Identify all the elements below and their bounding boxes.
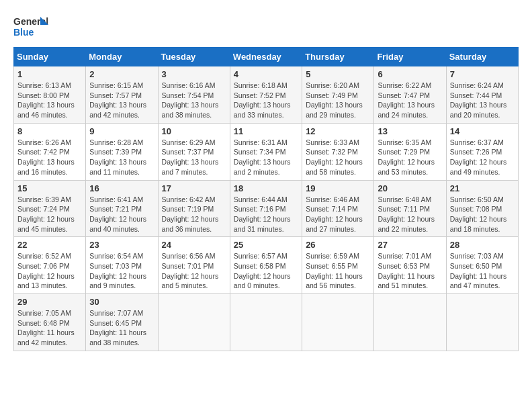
calendar-table: SundayMondayTuesdayWednesdayThursdayFrid… <box>13 47 519 351</box>
day-info: Sunrise: 6:50 AM Sunset: 7:08 PM Dayligh… <box>450 195 515 234</box>
day-cell <box>446 294 518 351</box>
day-cell: 11Sunrise: 6:31 AM Sunset: 7:34 PM Dayli… <box>230 123 302 180</box>
day-cell: 29Sunrise: 7:05 AM Sunset: 6:48 PM Dayli… <box>14 294 86 351</box>
day-number: 7 <box>450 69 515 79</box>
day-cell: 30Sunrise: 7:07 AM Sunset: 6:45 PM Dayli… <box>86 294 158 351</box>
day-number: 16 <box>89 183 154 193</box>
day-info: Sunrise: 6:37 AM Sunset: 7:26 PM Dayligh… <box>450 138 515 177</box>
day-cell: 4Sunrise: 6:18 AM Sunset: 7:52 PM Daylig… <box>230 66 302 124</box>
day-cell: 19Sunrise: 6:46 AM Sunset: 7:14 PM Dayli… <box>302 180 374 237</box>
day-number: 17 <box>162 183 226 193</box>
week-row-5: 29Sunrise: 7:05 AM Sunset: 6:48 PM Dayli… <box>14 294 519 351</box>
day-number: 24 <box>162 240 226 250</box>
day-info: Sunrise: 6:35 AM Sunset: 7:29 PM Dayligh… <box>378 138 442 177</box>
day-number: 1 <box>17 69 82 79</box>
day-cell <box>302 294 374 351</box>
day-number: 8 <box>17 126 82 136</box>
day-number: 12 <box>306 126 370 136</box>
day-header-wednesday: Wednesday <box>230 48 302 66</box>
day-cell: 7Sunrise: 6:24 AM Sunset: 7:44 PM Daylig… <box>446 66 518 124</box>
day-info: Sunrise: 6:48 AM Sunset: 7:11 PM Dayligh… <box>378 195 442 234</box>
day-number: 9 <box>89 126 154 136</box>
day-cell: 17Sunrise: 6:42 AM Sunset: 7:19 PM Dayli… <box>158 180 230 237</box>
day-info: Sunrise: 6:56 AM Sunset: 7:01 PM Dayligh… <box>162 251 226 291</box>
day-info: Sunrise: 6:44 AM Sunset: 7:16 PM Dayligh… <box>234 195 298 234</box>
day-info: Sunrise: 6:22 AM Sunset: 7:47 PM Dayligh… <box>378 81 442 120</box>
day-number: 18 <box>234 183 298 193</box>
day-cell: 22Sunrise: 6:52 AM Sunset: 7:06 PM Dayli… <box>14 237 86 294</box>
day-info: Sunrise: 6:33 AM Sunset: 7:32 PM Dayligh… <box>306 138 370 177</box>
day-cell: 10Sunrise: 6:29 AM Sunset: 7:37 PM Dayli… <box>158 123 230 180</box>
day-number: 27 <box>378 240 442 250</box>
week-row-1: 1Sunrise: 6:13 AM Sunset: 8:00 PM Daylig… <box>14 66 519 124</box>
day-cell: 21Sunrise: 6:50 AM Sunset: 7:08 PM Dayli… <box>446 180 518 237</box>
day-cell: 1Sunrise: 6:13 AM Sunset: 8:00 PM Daylig… <box>14 66 86 124</box>
day-number: 22 <box>17 240 82 250</box>
day-number: 23 <box>89 240 154 250</box>
day-cell: 9Sunrise: 6:28 AM Sunset: 7:39 PM Daylig… <box>86 123 158 180</box>
day-number: 2 <box>89 69 154 79</box>
day-number: 30 <box>89 297 154 307</box>
day-cell: 6Sunrise: 6:22 AM Sunset: 7:47 PM Daylig… <box>374 66 446 124</box>
day-number: 3 <box>162 69 226 79</box>
day-info: Sunrise: 6:52 AM Sunset: 7:06 PM Dayligh… <box>17 251 82 291</box>
day-info: Sunrise: 6:31 AM Sunset: 7:34 PM Dayligh… <box>234 138 298 177</box>
day-info: Sunrise: 7:05 AM Sunset: 6:48 PM Dayligh… <box>17 308 82 348</box>
day-info: Sunrise: 6:29 AM Sunset: 7:37 PM Dayligh… <box>162 138 226 177</box>
day-cell: 23Sunrise: 6:54 AM Sunset: 7:03 PM Dayli… <box>86 237 158 294</box>
day-cell: 20Sunrise: 6:48 AM Sunset: 7:11 PM Dayli… <box>374 180 446 237</box>
day-info: Sunrise: 6:54 AM Sunset: 7:03 PM Dayligh… <box>89 251 154 291</box>
day-cell: 5Sunrise: 6:20 AM Sunset: 7:49 PM Daylig… <box>302 66 374 124</box>
week-row-2: 8Sunrise: 6:26 AM Sunset: 7:42 PM Daylig… <box>14 123 519 180</box>
day-cell: 26Sunrise: 6:59 AM Sunset: 6:55 PM Dayli… <box>302 237 374 294</box>
day-number: 14 <box>450 126 515 136</box>
day-cell: 27Sunrise: 7:01 AM Sunset: 6:53 PM Dayli… <box>374 237 446 294</box>
logo-svg: GeneralBlue <box>13 13 50 40</box>
day-number: 11 <box>234 126 298 136</box>
day-number: 20 <box>378 183 442 193</box>
day-number: 5 <box>306 69 370 79</box>
day-info: Sunrise: 6:39 AM Sunset: 7:24 PM Dayligh… <box>17 195 82 234</box>
day-cell: 16Sunrise: 6:41 AM Sunset: 7:21 PM Dayli… <box>86 180 158 237</box>
day-cell <box>230 294 302 351</box>
day-header-sunday: Sunday <box>14 48 86 66</box>
day-info: Sunrise: 6:57 AM Sunset: 6:58 PM Dayligh… <box>234 251 298 291</box>
logo: GeneralBlue <box>13 13 50 40</box>
day-info: Sunrise: 6:15 AM Sunset: 7:57 PM Dayligh… <box>89 81 154 120</box>
day-number: 28 <box>450 240 515 250</box>
day-cell: 24Sunrise: 6:56 AM Sunset: 7:01 PM Dayli… <box>158 237 230 294</box>
day-info: Sunrise: 6:16 AM Sunset: 7:54 PM Dayligh… <box>162 81 226 120</box>
day-cell <box>374 294 446 351</box>
day-cell: 2Sunrise: 6:15 AM Sunset: 7:57 PM Daylig… <box>86 66 158 124</box>
day-cell: 14Sunrise: 6:37 AM Sunset: 7:26 PM Dayli… <box>446 123 518 180</box>
day-cell: 12Sunrise: 6:33 AM Sunset: 7:32 PM Dayli… <box>302 123 374 180</box>
day-cell: 25Sunrise: 6:57 AM Sunset: 6:58 PM Dayli… <box>230 237 302 294</box>
header-row: SundayMondayTuesdayWednesdayThursdayFrid… <box>14 48 519 66</box>
day-cell: 8Sunrise: 6:26 AM Sunset: 7:42 PM Daylig… <box>14 123 86 180</box>
day-info: Sunrise: 6:13 AM Sunset: 8:00 PM Dayligh… <box>17 81 82 120</box>
day-info: Sunrise: 6:41 AM Sunset: 7:21 PM Dayligh… <box>89 195 154 234</box>
day-number: 4 <box>234 69 298 79</box>
day-number: 29 <box>17 297 82 307</box>
header: GeneralBlue <box>13 13 519 40</box>
week-row-4: 22Sunrise: 6:52 AM Sunset: 7:06 PM Dayli… <box>14 237 519 294</box>
week-row-3: 15Sunrise: 6:39 AM Sunset: 7:24 PM Dayli… <box>14 180 519 237</box>
day-cell: 3Sunrise: 6:16 AM Sunset: 7:54 PM Daylig… <box>158 66 230 124</box>
day-number: 6 <box>378 69 442 79</box>
day-info: Sunrise: 6:46 AM Sunset: 7:14 PM Dayligh… <box>306 195 370 234</box>
day-cell: 28Sunrise: 7:03 AM Sunset: 6:50 PM Dayli… <box>446 237 518 294</box>
day-info: Sunrise: 6:18 AM Sunset: 7:52 PM Dayligh… <box>234 81 298 120</box>
day-header-tuesday: Tuesday <box>158 48 230 66</box>
day-number: 21 <box>450 183 515 193</box>
day-header-saturday: Saturday <box>446 48 518 66</box>
day-info: Sunrise: 7:07 AM Sunset: 6:45 PM Dayligh… <box>89 308 154 348</box>
day-number: 13 <box>378 126 442 136</box>
day-info: Sunrise: 6:59 AM Sunset: 6:55 PM Dayligh… <box>306 251 370 291</box>
day-info: Sunrise: 6:24 AM Sunset: 7:44 PM Dayligh… <box>450 81 515 120</box>
day-number: 26 <box>306 240 370 250</box>
day-cell: 13Sunrise: 6:35 AM Sunset: 7:29 PM Dayli… <box>374 123 446 180</box>
day-header-friday: Friday <box>374 48 446 66</box>
day-info: Sunrise: 7:01 AM Sunset: 6:53 PM Dayligh… <box>378 251 442 291</box>
day-info: Sunrise: 6:42 AM Sunset: 7:19 PM Dayligh… <box>162 195 226 234</box>
day-cell <box>158 294 230 351</box>
